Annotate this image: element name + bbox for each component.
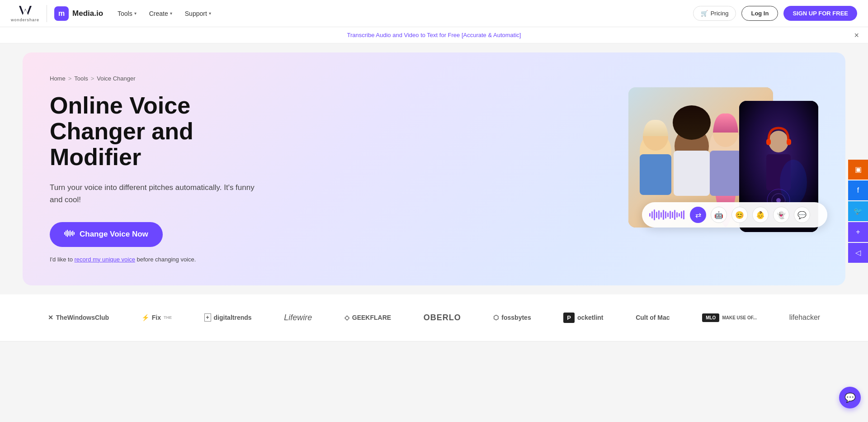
breadcrumb: Home > Tools > Voice Changer xyxy=(50,75,285,82)
svg-rect-39 xyxy=(656,212,657,218)
svg-point-15 xyxy=(673,105,711,140)
add-social-button[interactable]: + xyxy=(848,222,868,242)
create-chevron-icon: ▾ xyxy=(170,11,172,16)
share-button[interactable]: ▣ xyxy=(848,160,868,180)
support-chevron-icon: ▾ xyxy=(209,11,211,16)
svg-point-28 xyxy=(769,131,788,152)
breadcrumb-tools[interactable]: Tools xyxy=(74,75,88,82)
svg-rect-50 xyxy=(681,211,682,218)
announcement-close-button[interactable]: × xyxy=(854,30,859,40)
create-menu[interactable]: Create ▾ xyxy=(144,6,178,21)
pricing-button[interactable]: 🛒 Pricing xyxy=(693,6,736,21)
geekflare-mark: ◇ xyxy=(344,314,349,321)
media-logo[interactable]: m Media.io xyxy=(47,6,103,21)
breadcrumb-current: Voice Changer xyxy=(97,75,135,82)
svg-rect-51 xyxy=(683,210,684,219)
navbar: wondershare m Media.io Tools ▾ Create ▾ … xyxy=(0,0,868,27)
fix-mark: ⚡ xyxy=(142,314,149,321)
svg-rect-48 xyxy=(676,212,678,218)
svg-rect-1 xyxy=(64,232,65,235)
plus-icon: + xyxy=(856,228,860,236)
svg-rect-3 xyxy=(67,230,68,237)
chat-icon-button[interactable]: 💬 xyxy=(794,207,810,223)
svg-rect-41 xyxy=(660,212,662,218)
twitter-icon: 🐦 xyxy=(854,207,863,215)
svg-rect-2 xyxy=(66,231,66,236)
svg-rect-8 xyxy=(74,232,75,235)
side-social-bar: ▣ f 🐦 + ◁ xyxy=(848,160,868,263)
svg-rect-7 xyxy=(72,231,73,236)
breadcrumb-home[interactable]: Home xyxy=(50,75,66,82)
swap-icon-button[interactable]: ⇄ xyxy=(690,207,706,223)
partner-geekflare: ◇ GEEKFLARE xyxy=(344,314,391,321)
partner-makeuseof: MLO MAKE USE OF... xyxy=(702,313,757,322)
facebook-button[interactable]: f xyxy=(848,180,868,200)
baby-icon-button[interactable]: 👶 xyxy=(752,207,769,223)
nav-left: wondershare m Media.io Tools ▾ Create ▾ … xyxy=(11,5,217,22)
svg-rect-43 xyxy=(665,211,666,218)
svg-rect-46 xyxy=(672,212,673,218)
svg-rect-45 xyxy=(670,211,671,219)
svg-rect-49 xyxy=(679,213,680,217)
bottom-section xyxy=(0,341,868,364)
voice-toolbar: ⇄ 🤖 😊 👶 👻 💬 xyxy=(642,202,827,228)
support-menu[interactable]: Support ▾ xyxy=(179,6,217,21)
nav-right: 🛒 Pricing Log In SIGN UP FOR FREE xyxy=(693,6,857,21)
svg-rect-29 xyxy=(766,139,771,145)
wondershare-text: wondershare xyxy=(11,18,39,22)
voice-waveform xyxy=(649,209,685,221)
breadcrumb-sep2: > xyxy=(91,75,94,82)
svg-rect-19 xyxy=(710,151,741,196)
facebook-icon: f xyxy=(857,186,859,194)
signup-button[interactable]: SIGN UP FOR FREE xyxy=(783,6,857,21)
partner-thewindowsclub: ✕ TheWindowsClub xyxy=(48,314,109,321)
partners-section: ✕ TheWindowsClub ⚡ Fix THE + digitaltren… xyxy=(0,294,868,341)
svg-rect-37 xyxy=(651,211,653,218)
hero-left: Home > Tools > Voice Changer Online Voic… xyxy=(50,75,285,263)
svg-rect-30 xyxy=(787,139,791,145)
partner-oberlo: OBERLO xyxy=(424,313,461,322)
hero-images: ⇄ 🤖 😊 👶 👻 💬 xyxy=(628,87,818,250)
tools-chevron-icon: ▾ xyxy=(134,11,137,16)
ghost-icon-button[interactable]: 👻 xyxy=(773,207,789,223)
partner-pocketlint: P ocketlint xyxy=(563,313,603,323)
twitter-button[interactable]: 🐦 xyxy=(848,201,868,221)
svg-rect-38 xyxy=(654,209,655,220)
expand-social-button[interactable]: ◁ xyxy=(848,243,868,263)
svg-rect-47 xyxy=(674,210,675,220)
svg-rect-4 xyxy=(68,231,69,236)
media-icon: m xyxy=(54,6,69,21)
svg-rect-36 xyxy=(649,213,651,217)
partner-cultofmac: Cult of Mac xyxy=(636,314,670,321)
arrow-left-icon: ◁ xyxy=(855,248,861,257)
cart-icon: 🛒 xyxy=(701,10,708,17)
svg-rect-42 xyxy=(663,210,664,220)
svg-rect-5 xyxy=(70,230,71,237)
wondershare-w xyxy=(19,5,32,18)
record-text: I'd like to record my unique voice befor… xyxy=(50,256,285,263)
record-link[interactable]: record my unique voice xyxy=(75,256,135,263)
partner-lifewire: Lifewire xyxy=(284,313,312,322)
wondershare-logo[interactable]: wondershare xyxy=(11,5,47,22)
announcement-link[interactable]: Transcribe Audio and Video to Text for F… xyxy=(347,32,521,38)
breadcrumb-sep1: > xyxy=(68,75,72,82)
nav-links: Tools ▾ Create ▾ Support ▾ xyxy=(112,6,217,21)
partner-digitaltrends: + digitaltrends xyxy=(204,313,252,322)
hero-title: Online Voice Changer and Modifier xyxy=(50,93,285,171)
digitaltrends-mark: + xyxy=(204,313,211,322)
svg-rect-12 xyxy=(640,154,671,195)
change-voice-label: Change Voice Now xyxy=(80,230,148,239)
svg-marker-0 xyxy=(19,6,32,15)
robot-icon-button[interactable]: 🤖 xyxy=(711,207,727,223)
login-button[interactable]: Log In xyxy=(741,6,778,21)
change-voice-button[interactable]: Change Voice Now xyxy=(50,222,163,247)
share-icon: ▣ xyxy=(855,165,862,174)
svg-rect-40 xyxy=(658,210,660,219)
hero-section: Home > Tools > Voice Changer Online Voic… xyxy=(23,52,845,285)
svg-rect-6 xyxy=(71,232,72,235)
announcement-bar: Transcribe Audio and Video to Text for F… xyxy=(0,27,868,43)
tools-menu[interactable]: Tools ▾ xyxy=(112,6,142,21)
svg-rect-44 xyxy=(667,213,669,217)
media-logo-text: Media.io xyxy=(72,9,103,18)
smile-icon-button[interactable]: 😊 xyxy=(731,207,748,223)
